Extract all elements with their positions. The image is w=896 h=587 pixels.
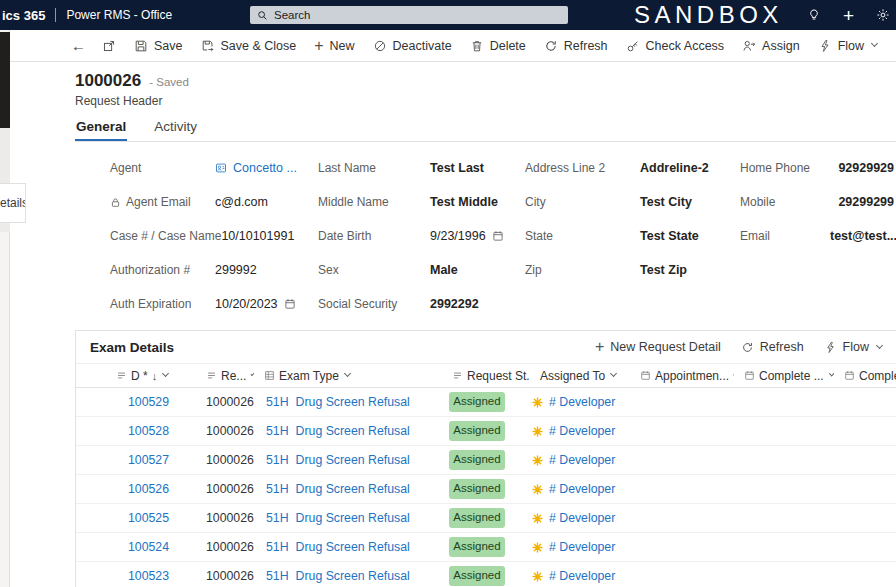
- lightbulb-icon[interactable]: [807, 8, 821, 22]
- agent-lookup-value[interactable]: Concetto ...: [215, 161, 297, 175]
- refresh-button[interactable]: Refresh: [535, 30, 617, 61]
- request-number-cell: 1000026: [206, 569, 254, 583]
- exam-detail-row[interactable]: 100525 1000026 51HDrug Screen Refusal As…: [76, 504, 896, 533]
- column-header-assigned-to[interactable]: Assigned To: [530, 364, 630, 387]
- column-header-complete-2[interactable]: Complete...: [834, 364, 896, 387]
- deactivate-button[interactable]: Deactivate: [364, 30, 461, 61]
- assigned-to-link[interactable]: # Developer: [549, 569, 615, 583]
- new-request-detail-button[interactable]: + New Request Detail: [585, 332, 731, 362]
- address-line-2-value[interactable]: Addreline-2: [640, 161, 709, 175]
- subgrid-actions: + New Request Detail Refresh Flow: [585, 332, 892, 362]
- last-name-value[interactable]: Test Last: [430, 161, 484, 175]
- exam-type-link[interactable]: 51HDrug Screen Refusal: [266, 569, 410, 583]
- field-label: State: [525, 229, 640, 243]
- assigned-to-link[interactable]: # Developer: [549, 482, 615, 496]
- flow-icon: [824, 341, 837, 354]
- save-button[interactable]: Save: [125, 30, 192, 61]
- authorization-value[interactable]: 299992: [215, 263, 257, 277]
- exam-detail-id-link[interactable]: 100529: [128, 395, 169, 409]
- flow-icon: [818, 39, 832, 53]
- exam-detail-row[interactable]: 100524 1000026 51HDrug Screen Refusal As…: [76, 533, 896, 562]
- column-header-request-status[interactable]: Request St...: [442, 364, 530, 387]
- sex-value[interactable]: Male: [430, 263, 458, 277]
- field-case-name: Case # / Case Name 10/10101991: [110, 219, 318, 253]
- assign-button[interactable]: Assign: [733, 30, 809, 61]
- subgrid-title: Exam Details: [90, 340, 174, 355]
- tab-general[interactable]: General: [75, 117, 127, 141]
- middle-name-value[interactable]: Test Middle: [430, 195, 498, 209]
- subgrid-flow-button[interactable]: Flow: [814, 332, 892, 362]
- home-phone-value[interactable]: 92929929: [838, 161, 896, 175]
- exam-type-link[interactable]: 51HDrug Screen Refusal: [266, 482, 410, 496]
- exam-type-link[interactable]: 51HDrug Screen Refusal: [266, 424, 410, 438]
- global-search-input[interactable]: Search: [250, 6, 568, 24]
- tab-activity[interactable]: Activity: [153, 117, 198, 141]
- delete-button[interactable]: Delete: [461, 30, 535, 61]
- assigned-to-link[interactable]: # Developer: [549, 511, 615, 525]
- exam-detail-id-link[interactable]: 100527: [128, 453, 169, 467]
- exam-detail-id-link[interactable]: 100524: [128, 540, 169, 554]
- new-button[interactable]: + New: [305, 30, 363, 61]
- team-star-icon: [532, 513, 543, 524]
- assigned-to-link[interactable]: # Developer: [549, 395, 615, 409]
- exam-detail-row[interactable]: 100527 1000026 51HDrug Screen Refusal As…: [76, 446, 896, 475]
- column-header-exam-type[interactable]: Exam Type: [254, 364, 442, 387]
- exam-detail-id-link[interactable]: 100528: [128, 424, 169, 438]
- assigned-to-link[interactable]: # Developer: [549, 453, 615, 467]
- word-templates-button[interactable]: Word Templates: [886, 30, 896, 61]
- zip-value[interactable]: Test Zip: [640, 263, 687, 277]
- exam-type-link[interactable]: 51HDrug Screen Refusal: [266, 511, 410, 525]
- quick-create-plus-icon[interactable]: +: [843, 6, 854, 25]
- flow-button[interactable]: Flow: [809, 30, 886, 61]
- app-name[interactable]: Power RMS - Office: [66, 8, 172, 22]
- assigned-to-link[interactable]: # Developer: [549, 424, 615, 438]
- command-bar: ← Save Save & Close + New: [0, 30, 896, 62]
- popout-form-button[interactable]: [93, 30, 125, 61]
- form-column-3: Address Line 2 Addreline-2 City Test Cit…: [525, 151, 740, 321]
- subgrid-refresh-button[interactable]: Refresh: [731, 332, 814, 362]
- save-close-label: Save & Close: [221, 39, 297, 53]
- exam-type-link[interactable]: 51HDrug Screen Refusal: [266, 395, 410, 409]
- complete-cell-2: [834, 504, 896, 532]
- form-column-4: Home Phone 92929929 Mobile 29299299 Emai…: [740, 151, 896, 321]
- complete-cell-2: [834, 388, 896, 416]
- complete-cell-2: [834, 562, 896, 587]
- case-name-value[interactable]: 10/10101991: [221, 229, 294, 243]
- chevron-down-icon: [610, 370, 617, 377]
- exam-type-link[interactable]: 51HDrug Screen Refusal: [266, 453, 410, 467]
- subgrid-refresh-label: Refresh: [760, 340, 804, 354]
- exam-detail-id-link[interactable]: 100525: [128, 511, 169, 525]
- chevron-down-icon: [344, 370, 351, 377]
- city-value[interactable]: Test City: [640, 195, 692, 209]
- email-value[interactable]: test@test...: [830, 229, 896, 243]
- grid-header-row: D * ↓ Re... Exam Type: [76, 363, 896, 388]
- exam-detail-row[interactable]: 100526 1000026 51HDrug Screen Refusal As…: [76, 475, 896, 504]
- field-mobile: Mobile 29299299: [740, 185, 896, 219]
- search-icon: [257, 10, 268, 21]
- check-access-button[interactable]: Check Access: [617, 30, 734, 61]
- settings-gear-icon[interactable]: [876, 8, 890, 22]
- mobile-value[interactable]: 29299299: [838, 195, 896, 209]
- exam-detail-id-link[interactable]: 100526: [128, 482, 169, 496]
- social-security-value[interactable]: 2992292: [430, 297, 479, 311]
- column-header-appointment[interactable]: Appointmen...: [630, 364, 734, 387]
- field-label: Mobile: [740, 195, 830, 209]
- exam-type-link[interactable]: 51HDrug Screen Refusal: [266, 540, 410, 554]
- app-brand[interactable]: ics 365: [2, 8, 45, 23]
- column-header-complete-1[interactable]: Complete ...: [734, 364, 834, 387]
- back-button[interactable]: ←: [64, 30, 93, 61]
- exam-detail-id-link[interactable]: 100523: [128, 569, 169, 583]
- date-birth-value[interactable]: 9/23/1996: [430, 229, 504, 243]
- state-value[interactable]: Test State: [640, 229, 699, 243]
- column-header-detail-id[interactable]: D * ↓: [106, 364, 196, 387]
- exam-detail-row[interactable]: 100528 1000026 51HDrug Screen Refusal As…: [76, 417, 896, 446]
- sidebar-item-details[interactable]: etails: [0, 183, 26, 223]
- exam-detail-row[interactable]: 100529 1000026 51HDrug Screen Refusal As…: [76, 388, 896, 417]
- column-header-request[interactable]: Re...: [196, 364, 254, 387]
- assigned-to-link[interactable]: # Developer: [549, 540, 615, 554]
- field-address-line-2: Address Line 2 Addreline-2: [525, 151, 740, 185]
- exam-detail-row[interactable]: 100523 1000026 51HDrug Screen Refusal As…: [76, 562, 896, 587]
- save-and-close-button[interactable]: Save & Close: [192, 30, 306, 61]
- auth-expiration-value[interactable]: 10/20/2023: [215, 297, 296, 311]
- field-social-security: Social Security 2992292: [318, 287, 525, 321]
